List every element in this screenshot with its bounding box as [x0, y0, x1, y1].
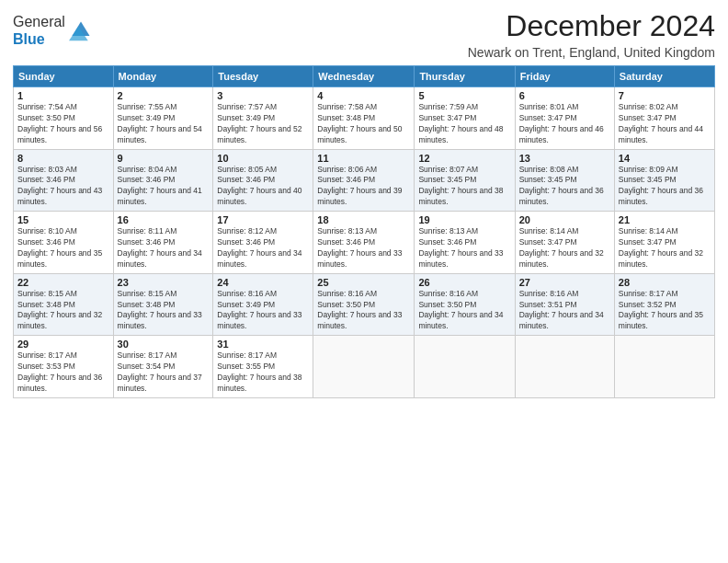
calendar-cell: 28Sunrise: 8:17 AMSunset: 3:52 PMDayligh…: [614, 273, 714, 336]
calendar-cell: 6Sunrise: 8:01 AMSunset: 3:47 PMDaylight…: [515, 87, 614, 150]
calendar-cell: [515, 336, 614, 398]
col-tuesday: Tuesday: [213, 66, 313, 87]
day-number: 28: [619, 277, 711, 288]
day-number: 11: [317, 153, 410, 164]
day-info: Sunrise: 7:55 AMSunset: 3:49 PMDaylight:…: [118, 102, 210, 146]
calendar-cell: 21Sunrise: 8:14 AMSunset: 3:47 PMDayligh…: [614, 212, 714, 274]
day-info: Sunrise: 8:13 AMSunset: 3:46 PMDaylight:…: [317, 226, 410, 270]
calendar-cell: 20Sunrise: 8:14 AMSunset: 3:47 PMDayligh…: [515, 212, 614, 274]
logo-general: General: [13, 13, 65, 30]
logo-blue: Blue: [13, 30, 65, 48]
header-row: Sunday Monday Tuesday Wednesday Thursday…: [14, 66, 715, 87]
subtitle: Newark on Trent, England, United Kingdom: [468, 45, 715, 60]
calendar-week-5: 29Sunrise: 8:17 AMSunset: 3:53 PMDayligh…: [14, 336, 715, 398]
header: General Blue December 2024 Newark on Tre…: [13, 9, 715, 60]
calendar-cell: 1Sunrise: 7:54 AMSunset: 3:50 PMDaylight…: [14, 87, 114, 150]
day-number: 9: [118, 153, 210, 164]
day-number: 3: [217, 90, 309, 101]
calendar-cell: 4Sunrise: 7:58 AMSunset: 3:48 PMDaylight…: [313, 87, 415, 150]
day-number: 29: [17, 339, 109, 350]
calendar-cell: 8Sunrise: 8:03 AMSunset: 3:46 PMDaylight…: [14, 149, 114, 212]
day-number: 31: [217, 339, 309, 350]
day-number: 22: [17, 277, 109, 288]
calendar-week-4: 22Sunrise: 8:15 AMSunset: 3:48 PMDayligh…: [14, 273, 715, 336]
day-info: Sunrise: 7:57 AMSunset: 3:49 PMDaylight:…: [217, 102, 309, 146]
day-info: Sunrise: 8:17 AMSunset: 3:54 PMDaylight:…: [118, 350, 210, 395]
calendar-cell: 5Sunrise: 7:59 AMSunset: 3:47 PMDaylight…: [415, 87, 515, 150]
day-info: Sunrise: 8:17 AMSunset: 3:52 PMDaylight:…: [619, 289, 711, 333]
day-number: 16: [118, 214, 210, 225]
calendar-week-1: 1Sunrise: 7:54 AMSunset: 3:50 PMDaylight…: [14, 87, 715, 150]
day-number: 7: [619, 90, 711, 101]
calendar-cell: 31Sunrise: 8:17 AMSunset: 3:55 PMDayligh…: [213, 336, 313, 398]
day-info: Sunrise: 8:04 AMSunset: 3:46 PMDaylight:…: [118, 165, 210, 209]
calendar-cell: 19Sunrise: 8:13 AMSunset: 3:46 PMDayligh…: [415, 212, 515, 274]
col-wednesday: Wednesday: [313, 66, 415, 87]
day-info: Sunrise: 8:15 AMSunset: 3:48 PMDaylight:…: [17, 289, 109, 333]
day-info: Sunrise: 8:09 AMSunset: 3:45 PMDaylight:…: [619, 165, 711, 209]
col-saturday: Saturday: [614, 66, 714, 87]
day-number: 27: [519, 277, 610, 288]
col-monday: Monday: [113, 66, 213, 87]
calendar-cell: [415, 336, 515, 398]
day-info: Sunrise: 8:05 AMSunset: 3:46 PMDaylight:…: [217, 165, 309, 209]
col-sunday: Sunday: [14, 66, 114, 87]
calendar-cell: 27Sunrise: 8:16 AMSunset: 3:51 PMDayligh…: [515, 273, 614, 336]
day-info: Sunrise: 8:17 AMSunset: 3:53 PMDaylight:…: [17, 350, 109, 395]
calendar-cell: 14Sunrise: 8:09 AMSunset: 3:45 PMDayligh…: [614, 149, 714, 212]
calendar-cell: 7Sunrise: 8:02 AMSunset: 3:47 PMDaylight…: [614, 87, 714, 150]
day-info: Sunrise: 8:14 AMSunset: 3:47 PMDaylight:…: [619, 226, 711, 270]
calendar-cell: 22Sunrise: 8:15 AMSunset: 3:48 PMDayligh…: [14, 273, 114, 336]
calendar-cell: 26Sunrise: 8:16 AMSunset: 3:50 PMDayligh…: [415, 273, 515, 336]
day-number: 4: [317, 90, 410, 101]
col-thursday: Thursday: [415, 66, 515, 87]
calendar-cell: 11Sunrise: 8:06 AMSunset: 3:46 PMDayligh…: [313, 149, 415, 212]
day-info: Sunrise: 8:12 AMSunset: 3:46 PMDaylight:…: [217, 226, 309, 270]
day-info: Sunrise: 8:08 AMSunset: 3:45 PMDaylight:…: [519, 165, 610, 209]
col-friday: Friday: [515, 66, 614, 87]
day-number: 8: [17, 153, 109, 164]
day-number: 13: [519, 153, 610, 164]
calendar-cell: 13Sunrise: 8:08 AMSunset: 3:45 PMDayligh…: [515, 149, 614, 212]
calendar-cell: 3Sunrise: 7:57 AMSunset: 3:49 PMDaylight…: [213, 87, 313, 150]
day-info: Sunrise: 8:11 AMSunset: 3:46 PMDaylight:…: [118, 226, 210, 270]
calendar-cell: 24Sunrise: 8:16 AMSunset: 3:49 PMDayligh…: [213, 273, 313, 336]
day-number: 24: [217, 277, 309, 288]
logo-text: General Blue: [13, 13, 65, 48]
day-info: Sunrise: 8:01 AMSunset: 3:47 PMDaylight:…: [519, 102, 610, 146]
calendar-cell: 12Sunrise: 8:07 AMSunset: 3:45 PMDayligh…: [415, 149, 515, 212]
calendar-cell: [313, 336, 415, 398]
day-info: Sunrise: 8:16 AMSunset: 3:50 PMDaylight:…: [418, 289, 510, 333]
calendar-cell: 17Sunrise: 8:12 AMSunset: 3:46 PMDayligh…: [213, 212, 313, 274]
day-number: 15: [17, 214, 109, 225]
day-number: 6: [519, 90, 610, 101]
day-number: 25: [317, 277, 410, 288]
title-area: December 2024 Newark on Trent, England, …: [468, 9, 715, 60]
calendar-cell: 29Sunrise: 8:17 AMSunset: 3:53 PMDayligh…: [14, 336, 114, 398]
page: General Blue December 2024 Newark on Tre…: [0, 0, 728, 563]
calendar-cell: 15Sunrise: 8:10 AMSunset: 3:46 PMDayligh…: [14, 212, 114, 274]
logo-icon: [69, 18, 93, 42]
calendar: Sunday Monday Tuesday Wednesday Thursday…: [13, 65, 715, 398]
day-number: 1: [17, 90, 109, 101]
calendar-cell: 10Sunrise: 8:05 AMSunset: 3:46 PMDayligh…: [213, 149, 313, 212]
day-number: 21: [619, 214, 711, 225]
day-info: Sunrise: 8:10 AMSunset: 3:46 PMDaylight:…: [17, 226, 109, 270]
day-info: Sunrise: 8:15 AMSunset: 3:48 PMDaylight:…: [118, 289, 210, 333]
calendar-cell: 2Sunrise: 7:55 AMSunset: 3:49 PMDaylight…: [113, 87, 213, 150]
month-title: December 2024: [468, 9, 715, 43]
calendar-cell: 9Sunrise: 8:04 AMSunset: 3:46 PMDaylight…: [113, 149, 213, 212]
day-number: 17: [217, 214, 309, 225]
day-info: Sunrise: 8:02 AMSunset: 3:47 PMDaylight:…: [619, 102, 711, 146]
day-info: Sunrise: 8:14 AMSunset: 3:47 PMDaylight:…: [519, 226, 610, 270]
day-info: Sunrise: 7:59 AMSunset: 3:47 PMDaylight:…: [418, 102, 510, 146]
day-info: Sunrise: 8:17 AMSunset: 3:55 PMDaylight:…: [217, 350, 309, 395]
day-info: Sunrise: 8:06 AMSunset: 3:46 PMDaylight:…: [317, 165, 410, 209]
calendar-cell: 23Sunrise: 8:15 AMSunset: 3:48 PMDayligh…: [113, 273, 213, 336]
day-info: Sunrise: 7:54 AMSunset: 3:50 PMDaylight:…: [17, 102, 109, 146]
day-info: Sunrise: 8:16 AMSunset: 3:49 PMDaylight:…: [217, 289, 309, 333]
day-number: 26: [418, 277, 510, 288]
calendar-cell: 30Sunrise: 8:17 AMSunset: 3:54 PMDayligh…: [113, 336, 213, 398]
day-number: 12: [418, 153, 510, 164]
calendar-cell: 18Sunrise: 8:13 AMSunset: 3:46 PMDayligh…: [313, 212, 415, 274]
